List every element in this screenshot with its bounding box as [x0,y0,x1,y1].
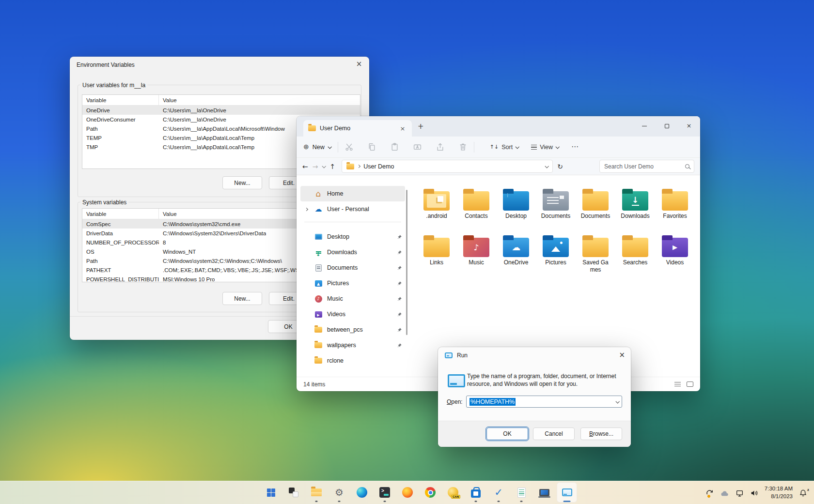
sidebar-item-between-pcs[interactable]: between_pcs [300,322,405,337]
theme-switcher-button[interactable] [283,482,304,503]
cell-variable: DriverData [82,230,159,236]
file-item-links[interactable]: Links [417,236,456,283]
file-grid: .android Contacts Desktop Documents Docu… [409,175,700,377]
sidebar-item-desktop[interactable]: Desktop [300,229,405,244]
file-item-documents-2[interactable]: Documents [576,190,615,236]
column-header-value[interactable]: Value [159,211,177,217]
sidebar-item-videos[interactable]: Videos [300,306,405,322]
user-new-button[interactable]: New... [222,176,262,189]
network-icon[interactable] [736,489,744,497]
column-header-variable[interactable]: Variable [82,95,159,105]
maximize-button[interactable] [656,116,678,136]
folder-icon [662,191,688,211]
address-dropdown-icon[interactable] [545,164,549,168]
search-input[interactable]: Search User Demo [599,160,694,173]
file-item-desktop[interactable]: Desktop [496,190,536,236]
minimize-button[interactable] [633,116,656,136]
sort-button[interactable]: Sort [490,144,518,151]
file-item-music[interactable]: Music [456,236,496,283]
file-item-documents[interactable]: Documents [536,190,576,236]
chevron-right-icon[interactable] [305,207,308,211]
new-tab-button[interactable] [418,123,424,130]
paste-icon[interactable] [391,143,399,151]
sidebar-item-onedrive[interactable]: User - Personal [300,201,405,217]
refresh-icon[interactable] [557,163,563,170]
desktop-folder-icon [503,191,529,211]
file-explorer-button[interactable] [306,482,327,503]
folder-icon [423,238,450,257]
table-header[interactable]: Variable Value [82,95,360,106]
clock[interactable]: 7:30:18 AM 8/1/2023 [765,485,793,500]
sidebar-item-home[interactable]: Home [300,186,405,201]
volume-icon[interactable] [750,489,758,497]
share-icon[interactable] [436,143,444,151]
see-more-icon[interactable] [571,143,579,151]
breadcrumb[interactable]: User Demo [342,160,553,173]
file-item-pictures[interactable]: Pictures [536,236,576,283]
sidebar-item-documents[interactable]: Documents [300,260,405,275]
sidebar-item-downloads[interactable]: Downloads [300,244,405,260]
file-item-contacts[interactable]: Contacts [456,190,496,236]
open-value[interactable]: %HOMEPATH% [470,398,516,406]
table-row[interactable]: OneDriveC:\Users\m__la\OneDrive [82,106,360,115]
approvals-app-button[interactable] [488,482,509,503]
notepad-button[interactable] [511,482,532,503]
settings-button[interactable]: ⚙ [329,482,349,503]
back-icon[interactable] [302,163,308,170]
chevron-down-icon[interactable] [615,399,619,403]
edge-canary-button[interactable]: CAN [443,482,463,503]
close-icon[interactable] [619,351,625,359]
start-button[interactable] [261,482,281,503]
dialog-titlebar: Run [438,347,631,364]
file-item-android[interactable]: .android [417,190,456,236]
microsoft-store-button[interactable] [466,482,486,503]
run-dialog-button[interactable] [557,482,577,503]
file-item-onedrive[interactable]: OneDrive [496,236,536,283]
view-button[interactable]: View [531,144,559,151]
cancel-button[interactable]: Cancel [533,428,575,440]
firefox-button[interactable] [397,482,418,503]
breadcrumb-location[interactable]: User Demo [363,163,394,170]
file-item-videos[interactable]: Videos [655,236,695,283]
rename-icon[interactable] [413,143,422,151]
edge-button[interactable] [352,482,372,503]
system-new-button[interactable]: New... [222,292,262,305]
details-view-icon[interactable] [674,382,681,387]
close-button[interactable] [678,116,700,136]
column-header-value[interactable]: Value [159,97,177,103]
chrome-button[interactable] [420,482,440,503]
up-icon[interactable] [329,163,335,170]
file-item-searches[interactable]: Searches [615,236,655,283]
cut-icon[interactable] [345,143,353,151]
firefox-icon [402,487,413,498]
new-button[interactable]: New [303,143,331,151]
close-icon[interactable] [354,61,364,70]
sidebar-item-pictures[interactable]: Pictures [300,275,405,291]
sort-arrows-icon [490,144,499,150]
terminal-button[interactable] [375,482,395,503]
tab-user-demo[interactable]: User Demo [303,120,412,137]
file-item-favorites[interactable]: Favorites [655,190,695,236]
sidebar-item-wallpapers[interactable]: wallpapers [300,337,405,353]
sidebar-item-rclone[interactable]: rclone [300,353,405,368]
sidebar-item-music[interactable]: Music [300,291,405,306]
column-header-variable[interactable]: Variable [82,209,159,219]
folder-icon [308,125,316,131]
onedrive-tray-icon[interactable] [720,489,729,497]
sidebar-scrollbar[interactable] [406,190,407,335]
copy-icon[interactable] [368,143,376,151]
large-icons-view-icon[interactable] [687,382,693,387]
notification-bell-icon[interactable]: z [799,489,807,497]
browse-button[interactable]: Browse... [580,428,622,440]
ok-button[interactable]: OK [486,428,528,440]
tab-close-icon[interactable] [398,125,407,132]
open-combobox[interactable]: %HOMEPATH% [466,396,622,408]
recent-locations-icon[interactable] [322,164,326,168]
file-item-saved-games[interactable]: Saved Games [576,236,615,283]
file-item-downloads[interactable]: Downloads [615,190,655,236]
update-icon[interactable] [705,489,714,497]
delete-icon[interactable] [459,143,467,151]
forward-icon[interactable] [313,163,318,170]
sidebar-item-label: Documents [327,264,358,271]
remote-desktop-button[interactable] [534,482,554,503]
